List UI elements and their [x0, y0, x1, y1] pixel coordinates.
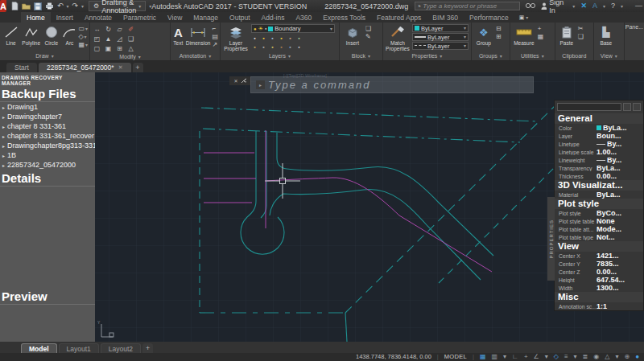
layer-tool-icon[interactable]: ▪ — [260, 35, 267, 42]
tree-expand-icon[interactable]: ▸ — [2, 124, 5, 129]
section-header-plot-style[interactable]: Plot style — [555, 199, 643, 209]
multileader-icon[interactable]: ↗ — [212, 41, 217, 48]
trim-icon[interactable]: ▱ — [114, 25, 125, 34]
property-row[interactable]: Color ByLa... — [555, 124, 643, 132]
cut-icon[interactable]: ✂ — [578, 25, 584, 32]
model-space-indicator[interactable]: MODEL — [444, 353, 467, 360]
tab-bim-360[interactable]: BIM 360 — [427, 12, 464, 23]
panel-label-view[interactable]: View ▾ — [594, 51, 624, 60]
tab-layout2[interactable]: Layout2 — [101, 343, 141, 353]
selection-cycling-icon[interactable]: ◉ — [593, 353, 599, 361]
section-header-misc[interactable]: Misc — [555, 292, 643, 302]
tab-manage[interactable]: Manage — [188, 12, 224, 23]
annotation-caret-icon[interactable]: ▾ — [615, 353, 618, 361]
explode-icon[interactable]: ❏ — [126, 35, 136, 43]
tree-expand-icon[interactable]: ▸ — [2, 162, 5, 168]
match-properties-button[interactable]: Match Properties — [385, 24, 411, 51]
property-row[interactable]: Lineweight By... — [555, 156, 643, 164]
id-point-icon[interactable]: + — [538, 25, 542, 32]
layer-tool-icon[interactable]: ▪ — [295, 43, 303, 51]
tab-performance[interactable]: Performance — [464, 12, 514, 23]
edit-block-icon[interactable]: ✎ — [365, 33, 371, 40]
ribbon-display-toggle[interactable]: ▣ ▾ — [514, 12, 534, 23]
leader-icon[interactable]: ⌐ — [212, 25, 216, 32]
object-snap-icon[interactable]: ◇ — [554, 353, 559, 361]
property-row[interactable]: Plot table type Not... — [555, 233, 643, 241]
text-button[interactable]: A Text — [172, 24, 184, 46]
hatch-icon[interactable]: ▦ — [78, 41, 85, 48]
property-row[interactable]: Annotation sc... 1:1 — [555, 302, 643, 310]
new-file-icon[interactable] — [11, 2, 19, 10]
graphics-performance-icon[interactable]: ● — [635, 353, 639, 361]
property-row[interactable]: Transparency ByLa... — [555, 164, 643, 172]
rotate-icon[interactable]: ↻ — [103, 25, 114, 34]
quick-calc-icon[interactable]: ▦ — [538, 33, 544, 40]
array-icon[interactable]: ⊞ — [114, 44, 125, 53]
tab-express-tools[interactable]: Express Tools — [317, 12, 371, 23]
layer-tool-icon[interactable]: ▪ — [269, 35, 276, 42]
lineweight-icon[interactable]: ≣ — [583, 353, 588, 361]
polar-caret-icon[interactable]: ▾ — [545, 353, 548, 361]
backup-file-item[interactable]: ▸ Drawingchapter8pg313-331 — [0, 141, 95, 150]
exchange-apps-icon[interactable]: A — [592, 2, 597, 10]
backup-file-item[interactable]: ▸ Drawingchapter7 — [0, 112, 95, 121]
property-row[interactable]: Linetype scale 1.00... — [555, 148, 643, 156]
redo-icon[interactable]: ↷ — [72, 2, 79, 10]
rectangle-icon[interactable]: ▭ — [78, 25, 85, 32]
preview-header[interactable]: Preview — [0, 289, 95, 305]
scale-icon[interactable]: ▣ — [103, 44, 114, 53]
layer-combo[interactable]: ● ☀ ▪ Boundary ▾ — [251, 24, 335, 33]
tab-a360[interactable]: A360 — [290, 12, 317, 23]
layer-tool-icon[interactable]: ▪ — [295, 35, 303, 42]
tab-home[interactable]: Home — [21, 12, 51, 23]
mirror-icon[interactable]: ▲ — [103, 35, 114, 43]
undo-caret-icon[interactable]: ▾ — [67, 4, 69, 9]
search-field[interactable]: ▾ Type a keyword or phrase — [415, 2, 520, 10]
tree-expand-icon[interactable]: ▸ — [2, 105, 5, 110]
object-type-combo[interactable] — [557, 103, 621, 111]
property-row[interactable]: Center Y 7835... — [555, 260, 643, 268]
layer-tool-icon[interactable]: ▪ — [278, 43, 285, 51]
details-header[interactable]: Details — [0, 171, 95, 187]
move-icon[interactable]: ↔ — [92, 25, 102, 34]
backup-file-item[interactable]: ▸ chapter 8 331-361_recover — [0, 131, 95, 141]
toggle-pickadd-button[interactable] — [623, 103, 631, 111]
ortho-icon[interactable]: ∟ — [512, 353, 518, 361]
grid-icon[interactable]: ▦ — [480, 353, 486, 361]
property-row[interactable]: Plot style ByCo... — [555, 209, 643, 217]
section-header-general[interactable]: General — [555, 113, 643, 124]
customize-wrench-icon[interactable] — [241, 78, 246, 84]
group-button[interactable]: ❖ Group — [473, 24, 494, 46]
panel-label-layers[interactable]: Layers ▾ — [221, 51, 339, 60]
tab-parametric[interactable]: Parametric — [118, 12, 162, 23]
application-menu-button[interactable]: A — [0, 0, 6, 12]
insert-button[interactable]: Insert — [341, 24, 364, 46]
plot-icon[interactable] — [45, 2, 54, 10]
base-button[interactable]: ▙ Base — [596, 24, 617, 46]
backup-file-item[interactable]: ▸ 22857342_05472000 — [0, 160, 95, 170]
qat-customize-icon[interactable]: ▾ — [146, 4, 151, 9]
panel-label-properties[interactable]: Properties ▾ — [383, 51, 471, 60]
tab-annotate[interactable]: Annotate — [79, 12, 118, 23]
section-header-view[interactable]: View — [555, 241, 643, 252]
a360-icon[interactable]: ✕ — [580, 2, 587, 10]
property-row[interactable]: Height 647.54... — [555, 276, 643, 284]
redo-caret-icon[interactable]: ▾ — [81, 4, 84, 9]
panel-label-annotation[interactable]: Annotation ▾ — [171, 51, 220, 60]
command-input[interactable]: ▸ Type a command — [250, 76, 534, 93]
property-row[interactable]: Center Z 0.00... — [555, 268, 643, 276]
snap-caret-icon[interactable]: ▾ — [503, 353, 506, 361]
property-row[interactable]: Plot style table None — [555, 217, 643, 225]
workspace-switcher[interactable]: ⚙ Drafting & Annotation ▾ — [89, 1, 146, 11]
backup-file-item[interactable]: ▸ 1B — [0, 150, 95, 160]
layer-tool-icon[interactable]: ▪ — [287, 43, 294, 51]
annotation-visibility-icon[interactable]: △ — [605, 353, 609, 361]
panels-overflow-label[interactable]: Pane... — [625, 23, 644, 60]
property-row[interactable]: Linetype By... — [555, 140, 643, 148]
hatch-caret-icon[interactable]: ▾ — [85, 43, 88, 47]
copy-clip-icon[interactable]: ❏ — [578, 33, 584, 40]
command-line[interactable]: ✕ ▸ Type a command — [229, 76, 534, 93]
section-header-3d-visualization[interactable]: 3D Visualizat... — [555, 180, 643, 191]
ellipse-caret-icon[interactable]: ▾ — [85, 35, 87, 39]
arc-button[interactable]: Arc — [62, 24, 76, 46]
